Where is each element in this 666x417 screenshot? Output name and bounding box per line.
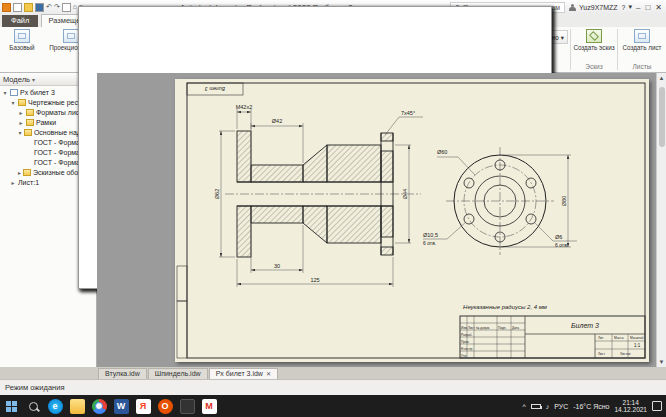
group-sketch: Создать эскиз Эскиз: [571, 27, 617, 72]
user-icon: [569, 4, 576, 11]
volume-icon[interactable]: ♪: [546, 403, 550, 410]
close-tab-icon[interactable]: ✕: [266, 369, 271, 379]
start-button[interactable]: [0, 395, 22, 417]
save-icon[interactable]: [35, 3, 44, 12]
browser-title: Модель: [3, 75, 30, 84]
drawing-document-icon: [10, 89, 18, 96]
doc-tab-bilet3[interactable]: Рх билет 3.idw ✕: [209, 368, 278, 379]
drawing-sheet[interactable]: Билет 3: [175, 79, 649, 362]
weather-widget[interactable]: -16°C Ясно: [573, 403, 609, 410]
dim-d44: Ø44: [402, 189, 408, 199]
opera-app-button[interactable]: O: [154, 395, 176, 417]
edge-app-button[interactable]: e: [44, 395, 66, 417]
group-label-sketch[interactable]: Эскиз: [571, 62, 617, 72]
scroll-down-icon[interactable]: ▼: [659, 357, 665, 367]
document-tab-bar: Втулка.idw Шпиндель.idw Рх билет 3.idw ✕: [0, 367, 666, 379]
drawing-canvas[interactable]: Билет 3: [97, 73, 666, 367]
caret-expanded-icon[interactable]: ▾: [2, 89, 8, 96]
right-circular-view: [446, 147, 554, 255]
status-text: Режим ожидания: [5, 383, 64, 392]
minimize-button[interactable]: –: [636, 3, 640, 12]
file-explorer-button[interactable]: [66, 395, 88, 417]
caret-collapsed-icon[interactable]: ▸: [10, 179, 16, 186]
caret-collapsed-icon[interactable]: ▸: [18, 119, 24, 126]
word-app-button[interactable]: W: [110, 395, 132, 417]
print-icon[interactable]: [62, 3, 71, 12]
new-file-icon[interactable]: [13, 3, 22, 12]
notification-center-icon[interactable]: [652, 401, 662, 411]
date: 14.12.2021: [614, 406, 647, 414]
caret-expanded-icon[interactable]: ▾: [18, 129, 22, 136]
scroll-up-icon[interactable]: ▲: [659, 73, 665, 83]
folder-icon: [18, 99, 26, 106]
word-icon: W: [114, 399, 129, 414]
account-button[interactable]: Yuz9X7MZZ: [569, 4, 618, 11]
folder-icon: [70, 399, 85, 414]
create-sketch-button[interactable]: Создать эскиз: [571, 27, 617, 51]
title-block-scale: 1:1: [634, 343, 641, 348]
tray-expand-icon[interactable]: ^: [522, 403, 525, 410]
app-icon[interactable]: [2, 3, 11, 12]
inventor-window: ↶ ↷ ⌂ ▾ Autodesk Inventor Professional 2…: [0, 0, 666, 417]
dim-holes1-n: 6 отв.: [423, 240, 436, 246]
yandex-app-button[interactable]: Я: [132, 395, 154, 417]
maximize-button[interactable]: □: [645, 3, 650, 12]
caret-collapsed-icon[interactable]: ▸: [18, 109, 24, 116]
undo-icon[interactable]: ↶: [46, 3, 52, 12]
redo-icon[interactable]: ↷: [54, 3, 60, 12]
title-block-title: Билет 3: [571, 322, 599, 329]
corner-stamp-text: Билет 3: [205, 86, 225, 92]
folder-icon: [26, 109, 34, 116]
system-tray: ^ ♪ РУС -16°C Ясно 21:14 14.12.2021: [522, 399, 666, 414]
model-browser-panel: Модель ▾ ≡ ✕ ▾ Рх билет 3 ▾ Чертежные ре…: [0, 73, 97, 367]
scrollbar-thumb[interactable]: [659, 87, 665, 147]
taskbar-search-button[interactable]: [22, 395, 44, 417]
windows-taskbar: e W Я O M ^ ♪ РУС -16°C Ясно: [0, 395, 666, 417]
svg-text:Дата: Дата: [512, 326, 519, 330]
language-indicator[interactable]: РУС: [554, 403, 568, 410]
user-name: Yuz9X7MZZ: [579, 4, 618, 11]
tab-file[interactable]: Файл: [2, 15, 38, 27]
svg-text:Листов: Листов: [620, 352, 631, 356]
left-section-view: [225, 131, 421, 257]
yandex-icon: Я: [136, 399, 151, 414]
caret-expanded-icon[interactable]: ▾: [10, 99, 16, 106]
browser-dropdown-icon[interactable]: ▾: [32, 76, 35, 83]
home-icon[interactable]: ⌂: [73, 3, 77, 12]
dim-d62: Ø62: [214, 189, 220, 199]
title-block-labels: Изм. Лист № докум. Подп. Дата Разраб. Пр…: [461, 326, 644, 358]
create-sketch-icon: [586, 29, 602, 43]
svg-text:Лит.: Лит.: [598, 336, 604, 340]
vertical-scrollbar[interactable]: ▲ ▼: [656, 73, 666, 367]
create-sheet-button[interactable]: Создать лист: [618, 27, 666, 51]
group-sheets: Создать лист Листы: [618, 27, 666, 72]
open-icon[interactable]: [24, 3, 33, 12]
svg-text:Подп.: Подп.: [498, 326, 507, 330]
gmail-app-button[interactable]: M: [198, 395, 220, 417]
doc-tab-shpindel[interactable]: Шпиндель.idw: [148, 368, 208, 379]
caret-collapsed-icon[interactable]: ▸: [18, 169, 21, 176]
help-dropdown-icon: ▾: [628, 3, 632, 11]
dim-30: 30: [274, 263, 280, 269]
close-button[interactable]: ✕: [655, 3, 662, 12]
svg-text:Разраб.: Разраб.: [461, 333, 473, 337]
doc-tab-vtulka[interactable]: Втулка.idw: [98, 368, 147, 379]
base-view-button[interactable]: Базовый: [0, 27, 44, 51]
chrome-app-button[interactable]: [88, 395, 110, 417]
dim-d60: Ø60: [437, 149, 447, 155]
tree-item-sheet1[interactable]: ▸ Лист:1: [0, 177, 96, 187]
workspace: Модель ▾ ≡ ✕ ▾ Рх билет 3 ▾ Чертежные ре…: [0, 73, 666, 367]
group-label-sheets[interactable]: Листы: [618, 62, 666, 72]
dim-d42: Ø42: [272, 118, 282, 124]
folder-icon: [26, 119, 34, 126]
svg-text:Пров.: Пров.: [461, 340, 470, 344]
dim-holes1-d: Ø10,5: [423, 232, 438, 238]
svg-text:Н.контр.: Н.контр.: [461, 347, 473, 351]
help-button[interactable]: ? ▾: [622, 3, 632, 11]
dim-holes2-d: Ø6: [555, 234, 562, 240]
clock[interactable]: 21:14 14.12.2021: [614, 399, 647, 414]
svg-text:Лист: Лист: [598, 352, 605, 356]
dark-app-button[interactable]: [176, 395, 198, 417]
dim-d80: Ø80: [561, 196, 567, 206]
battery-icon[interactable]: [531, 404, 541, 409]
